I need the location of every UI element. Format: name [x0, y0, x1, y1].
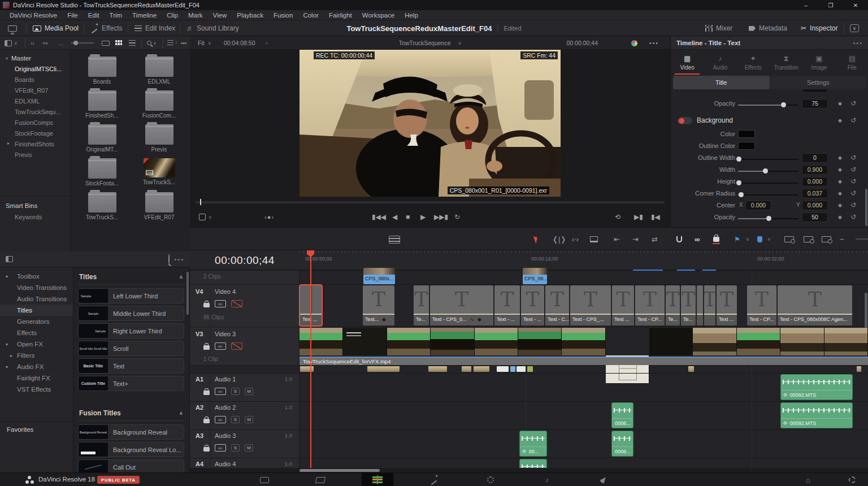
effects-options-icon[interactable]: •••	[174, 256, 184, 263]
zoom-detail-icon[interactable]	[804, 228, 813, 251]
inspector-tab[interactable]: ▤ File	[836, 50, 868, 76]
audio-clip[interactable]: ⧉00092.MTS	[780, 374, 853, 400]
height-slider[interactable]	[738, 183, 798, 184]
text-clip[interactable]: TTe...	[681, 285, 696, 326]
inspector-button[interactable]: ✂Inspector	[801, 20, 837, 36]
effects-tree-item[interactable]: Filters	[0, 350, 73, 361]
track-header-a2[interactable]: A2Audio 21.0◃▹SM	[190, 401, 300, 429]
outline-color-swatch[interactable]	[738, 142, 755, 150]
viewer-timecode[interactable]: 00:00:00;44	[567, 36, 598, 50]
play-button[interactable]: ▶	[420, 207, 426, 227]
inspector-scrollbar[interactable]	[865, 189, 867, 226]
trim-edit-mode-icon[interactable]: ❬|❭	[552, 228, 566, 251]
replace-clip-icon[interactable]: ⇄	[652, 228, 658, 251]
lock-icon[interactable]	[203, 447, 210, 452]
title-effect-item[interactable]: Custom Title Text+	[78, 376, 184, 391]
effects-search-icon[interactable]	[168, 254, 170, 264]
home-icon[interactable]: ⌂	[792, 473, 824, 486]
filmstrip-frame[interactable]	[431, 328, 474, 355]
linked-selection-icon[interactable]: ∞	[695, 228, 700, 251]
scrubber-playhead[interactable]	[200, 199, 201, 205]
flag-chevron-icon[interactable]: ∨	[746, 228, 749, 251]
title-effect-item[interactable]: Sample Left Lower Third	[78, 288, 184, 303]
expand-panel-button[interactable]: ∨	[850, 20, 859, 36]
text-clip[interactable]: TText ...	[612, 285, 634, 326]
disable-track-icon[interactable]	[231, 342, 242, 350]
page-media-icon[interactable]	[249, 473, 280, 486]
center-x-value[interactable]: 0.000	[745, 201, 771, 210]
menu-item[interactable]: Color	[298, 12, 323, 19]
effects-tree-item[interactable]: Audio FX	[0, 361, 73, 372]
track-header-v5[interactable]: 2 Clips	[190, 270, 300, 284]
panel-toggle-icon[interactable]	[6, 256, 13, 262]
effects-tree-item[interactable]: Open FX	[0, 339, 73, 350]
grid-view-icon[interactable]	[115, 36, 122, 50]
mini-clip[interactable]	[462, 366, 471, 372]
blue-clip[interactable]: CPS_080x...	[363, 268, 395, 284]
media-bin-folder[interactable]: StockFoota...	[73, 156, 131, 190]
title-effect-item[interactable]: Sample Right Lower Third	[78, 323, 184, 339]
page-fusion-icon[interactable]	[418, 473, 450, 486]
tree-bin-item[interactable]: VFEdit_R07	[0, 85, 70, 96]
text-clip[interactable]: TText ...	[717, 285, 737, 326]
timeline-hscrollbar[interactable]	[190, 468, 868, 472]
opacity-value[interactable]: 75	[802, 99, 828, 109]
blue-clip-dash[interactable]	[702, 270, 716, 271]
page-fairlight-icon[interactable]: ♪	[531, 473, 563, 486]
tree-bin-item[interactable]: StockFootage	[0, 128, 70, 138]
inspector-tab[interactable]: ▣ Image	[802, 50, 835, 76]
inspector-subtab[interactable]: Title	[673, 76, 770, 89]
effects-tree-item[interactable]: Fairlight FX	[0, 372, 73, 384]
inspector-tab[interactable]: ✦ Effects	[737, 50, 770, 76]
zoom-full-extent-icon[interactable]	[784, 228, 794, 251]
flag-icon[interactable]: ⚑	[734, 228, 740, 251]
timeline-timecode[interactable]: 00:00:00;44	[190, 250, 300, 270]
loop-range-icon[interactable]: ⟲	[615, 207, 620, 227]
title-effect-item[interactable]: Scroll title Scroll title Scroll	[78, 341, 184, 356]
keyframe-icon[interactable]: ◆	[838, 101, 842, 106]
viewer-duration-timecode[interactable]: 00:04:08:50	[224, 36, 255, 50]
filmstrip-frame[interactable]	[649, 328, 693, 355]
timeline-zoom-slider[interactable]	[856, 238, 868, 240]
media-bin-folder[interactable]: VFEdit_R07	[131, 190, 188, 224]
filmstrip-frame[interactable]	[824, 328, 868, 355]
text-clip[interactable]: TText...◆	[363, 285, 394, 326]
panel-toggle-icon[interactable]: ∨	[5, 36, 18, 50]
inspector-tab[interactable]: ▦ Video	[671, 50, 704, 76]
tree-bin-item[interactable]: TowTruckSequ...	[0, 106, 70, 117]
go-to-end-button[interactable]: ▶▶▮	[434, 207, 448, 227]
sequence-selector[interactable]: TowTruckSequence ∨	[399, 36, 462, 50]
bg-opacity-slider[interactable]	[738, 218, 798, 219]
width-value[interactable]: 0.900	[802, 165, 828, 175]
snapping-icon[interactable]	[676, 228, 682, 251]
audio-clip[interactable]: ⧉00092.MTS	[780, 402, 853, 428]
mini-clip[interactable]	[497, 366, 509, 372]
menu-item[interactable]: Trim	[105, 12, 128, 19]
gang-color-icon[interactable]	[631, 36, 637, 50]
audio-clip[interactable]: ⧉00...	[519, 431, 547, 457]
media-bin-folder[interactable]: FinishedSh...	[73, 88, 131, 122]
mixer-button[interactable]: Mixer	[705, 20, 732, 36]
smart-bin-item[interactable]: Keywords	[0, 211, 71, 223]
go-to-start-button[interactable]: ▮◀◀	[372, 207, 386, 227]
solo-button[interactable]: S	[231, 416, 240, 423]
stop-button[interactable]: ■	[406, 207, 410, 227]
menu-item[interactable]: Playback	[232, 12, 268, 19]
filmstrip-frame[interactable]	[518, 328, 562, 355]
media-bin-folder[interactable]: TowTruckS...	[131, 156, 188, 190]
inspector-tab[interactable]: ♪ Audio	[704, 50, 736, 76]
filmstrip-frame[interactable]	[475, 328, 518, 355]
outline-width-slider[interactable]	[738, 159, 798, 160]
reset-icon[interactable]: ↺	[850, 116, 856, 124]
mini-clip[interactable]	[474, 366, 489, 372]
menu-item[interactable]: Clip	[162, 12, 183, 19]
text-clip[interactable]: TText - CP...	[747, 285, 776, 326]
text-clip[interactable]: TText - ...	[494, 285, 520, 326]
media-bin-folder[interactable]: Previs	[131, 122, 188, 156]
outline-width-value[interactable]: 0	[802, 153, 828, 163]
sound-library-button[interactable]: ♬Sound Library	[186, 20, 239, 36]
jog-control[interactable]: ‹ ● ›	[264, 207, 273, 227]
page-deliver-icon[interactable]	[588, 473, 619, 486]
text-clip[interactable]: TText - CPS_0...∿◆	[430, 285, 493, 326]
page-edit-icon[interactable]	[362, 473, 393, 486]
